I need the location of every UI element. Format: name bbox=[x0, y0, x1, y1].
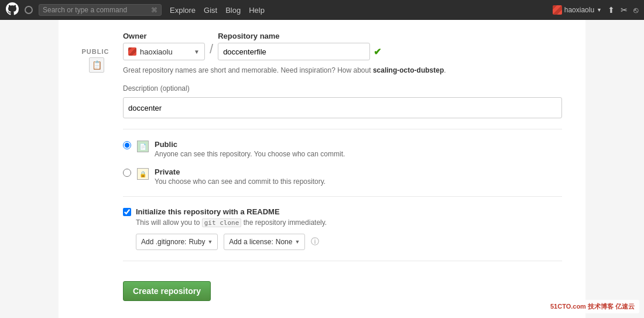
gitignore-dropdown[interactable]: Add .gitignore: Ruby ▼ bbox=[136, 234, 218, 250]
github-logo[interactable] bbox=[6, 2, 19, 18]
loading-indicator bbox=[25, 6, 33, 14]
gitignore-license-row: Add .gitignore: Ruby ▼ Add a license: No… bbox=[136, 234, 562, 250]
description-label: Description (optional) bbox=[123, 84, 562, 93]
public-radio[interactable] bbox=[123, 141, 131, 149]
optional-label: (optional) bbox=[160, 84, 190, 93]
create-repository-button[interactable]: Create repository bbox=[123, 281, 211, 301]
public-desc: Anyone can see this repository. You choo… bbox=[155, 150, 345, 158]
divider-3 bbox=[123, 261, 562, 261]
git-clone-code: git clone bbox=[202, 218, 242, 227]
description-group: Description (optional) bbox=[123, 84, 562, 118]
search-input[interactable] bbox=[43, 6, 148, 14]
scissors-icon[interactable]: ✂ bbox=[621, 5, 628, 15]
owner-dropdown[interactable]: haoxiaolu ▼ bbox=[123, 43, 205, 60]
private-option: 🔒 Private You choose who can see and com… bbox=[123, 167, 562, 186]
command-icon: ⌘ bbox=[151, 6, 157, 14]
separator: / bbox=[210, 40, 213, 58]
license-label: Add a license: bbox=[229, 238, 273, 246]
public-option-text: Public Anyone can see this repository. Y… bbox=[155, 140, 345, 158]
navbar: ⌘ Explore Gist Blog Help haoxiaolu ▼ ⬆ ✂… bbox=[0, 0, 644, 20]
public-option: 📄 Public Anyone can see this repository.… bbox=[123, 140, 562, 158]
gitignore-label: Add .gitignore: bbox=[141, 238, 186, 246]
chevron-down-icon: ▼ bbox=[597, 7, 602, 13]
search-bar[interactable]: ⌘ bbox=[39, 4, 162, 16]
public-title: Public bbox=[155, 140, 345, 149]
hint-text: Great repository names are short and mem… bbox=[123, 66, 562, 74]
info-icon[interactable]: ⓘ bbox=[311, 237, 319, 247]
visibility-options: 📄 Public Anyone can see this repository.… bbox=[123, 140, 562, 186]
gitignore-value: Ruby bbox=[189, 238, 205, 246]
repository-icon: 📋 bbox=[89, 57, 104, 73]
readme-section: Initialize this repository with a README… bbox=[123, 207, 562, 250]
description-input[interactable] bbox=[123, 97, 562, 118]
repo-name-label: Repository name bbox=[218, 32, 381, 40]
public-badge: PUBLIC bbox=[82, 48, 109, 55]
public-icon: 📄 bbox=[137, 141, 149, 152]
username-label: haoxiaolu bbox=[564, 6, 594, 14]
nav-links: Explore Gist Blog Help bbox=[170, 6, 265, 15]
owner-repo-row: Owner haoxiaolu ▼ / Repository name ✔ bbox=[123, 32, 562, 60]
readme-label: Initialize this repository with a README bbox=[136, 207, 280, 216]
navbar-right: haoxiaolu ▼ ⬆ ✂ ⎋ bbox=[553, 5, 638, 15]
upload-icon[interactable]: ⬆ bbox=[608, 5, 615, 15]
divider-2 bbox=[123, 196, 562, 197]
help-link[interactable]: Help bbox=[249, 6, 265, 15]
explore-link[interactable]: Explore bbox=[170, 6, 196, 15]
readme-checkbox[interactable] bbox=[123, 208, 131, 216]
readme-checkbox-row: Initialize this repository with a README bbox=[123, 207, 562, 216]
owner-group: Owner haoxiaolu ▼ bbox=[123, 32, 205, 60]
private-title: Private bbox=[155, 167, 326, 176]
owner-chevron-icon: ▼ bbox=[194, 49, 200, 55]
gitignore-chevron-icon: ▼ bbox=[207, 239, 213, 245]
owner-label: Owner bbox=[123, 32, 205, 40]
gist-link[interactable]: Gist bbox=[204, 6, 217, 15]
divider-1 bbox=[123, 129, 562, 129]
suggestion-text: scaling-octo-dubstep bbox=[373, 66, 444, 74]
readme-desc: This will allow you to git clone the rep… bbox=[136, 218, 562, 227]
signout-icon[interactable]: ⎋ bbox=[633, 5, 638, 15]
blog-link[interactable]: Blog bbox=[225, 6, 241, 15]
private-desc: You choose who can see and commit to thi… bbox=[155, 177, 326, 186]
user-menu[interactable]: haoxiaolu ▼ bbox=[553, 5, 602, 15]
license-chevron-icon: ▼ bbox=[294, 239, 300, 245]
repo-name-input[interactable] bbox=[218, 43, 370, 60]
private-option-text: Private You choose who can see and commi… bbox=[155, 167, 326, 186]
owner-name: haoxiaolu bbox=[140, 47, 173, 56]
repo-name-wrapper: ✔ bbox=[218, 43, 381, 60]
check-icon: ✔ bbox=[374, 46, 381, 57]
lock-icon: 🔒 bbox=[137, 168, 149, 180]
license-value: None bbox=[276, 238, 293, 246]
license-dropdown[interactable]: Add a license: None ▼ bbox=[224, 234, 305, 250]
user-avatar-icon bbox=[553, 5, 562, 15]
private-radio[interactable] bbox=[123, 169, 131, 177]
owner-avatar bbox=[128, 47, 136, 56]
repo-name-group: Repository name ✔ bbox=[218, 32, 381, 60]
main-content: PUBLIC 📋 Owner haoxiaolu ▼ / Repository … bbox=[59, 20, 585, 318]
